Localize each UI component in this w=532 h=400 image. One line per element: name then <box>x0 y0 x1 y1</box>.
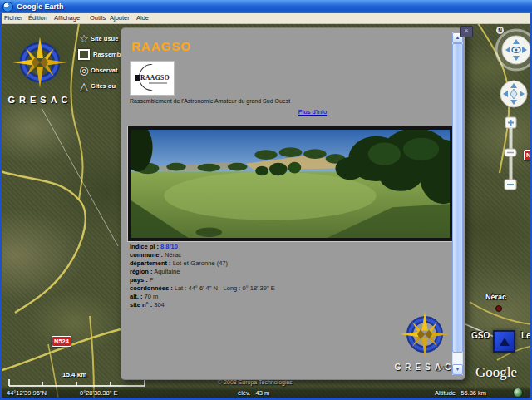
detail-row: indice pl : 8,8/10 <box>130 243 275 251</box>
detail-row: pays : F <box>130 276 275 284</box>
gresac-compass-icon <box>7 37 72 90</box>
triangle-icon: △ <box>77 81 91 91</box>
balloon-scrollbar: ▲ ▼ <box>452 32 463 375</box>
window-title: Google Earth <box>17 2 64 11</box>
raagso-logo-text: RAAGSO <box>140 74 170 81</box>
detail-row: alt. : 70 m <box>130 293 275 301</box>
town-dot <box>495 305 502 312</box>
window-border <box>0 13 2 400</box>
site-placemark[interactable] <box>493 330 515 353</box>
legend-label: Observat <box>91 67 118 74</box>
panorama-photo <box>127 126 454 242</box>
balloon-title: RAAGSO <box>131 39 191 53</box>
altitude-readout: Altitude 56.86 km <box>435 389 486 397</box>
legend-label: Site usue <box>91 35 118 42</box>
detail-row: coordonnées : Lat : 44° 6' 4" N - Long :… <box>130 284 275 293</box>
gresac-compass-icon <box>396 311 454 359</box>
gresac-overlay-logo: GRESAC <box>7 37 73 105</box>
menu-ajouter[interactable]: Ajouter <box>110 14 130 22</box>
menu-bar: Fichier Édition Affichage Outils Ajouter… <box>0 13 532 24</box>
raagso-logo: RAAGSO <box>130 61 175 96</box>
navigation-controls: N <box>495 25 532 195</box>
detail-row: région : Aquitaine <box>130 268 275 276</box>
title-bar: Google Earth <box>0 0 532 13</box>
scrollbar-thumb[interactable] <box>452 43 463 353</box>
elevation-readout: élév. 43 m <box>238 389 269 397</box>
star-icon: ☆ <box>77 33 91 44</box>
legend-item-observatoire: ◎ Observat <box>77 62 121 78</box>
latitude-readout: 44°12'39.96"N <box>7 389 47 397</box>
google-earth-icon <box>2 2 13 12</box>
balloon-subtitle: Rassemblement de l'Astronomie Amateur du… <box>130 98 290 104</box>
detail-row: département : Lot-et-Garonne (47) <box>130 259 275 268</box>
logo-square-icon <box>135 75 140 81</box>
road-sign-n524: N524 <box>52 336 71 347</box>
longitude-readout: 0°28'30.38" E <box>80 389 117 397</box>
status-bar: 44°12'39.96"N 0°28'30.38" E élév. 43 m A… <box>0 386 532 398</box>
legend-label: Rassemb <box>93 51 121 58</box>
balloon-close-button[interactable]: × <box>460 26 473 37</box>
legend-overlay: ☆ Site usue Rassemb ◎ Observat △ Gites o… <box>77 31 121 94</box>
logo-subline <box>149 82 167 84</box>
copyright-text: © 2008 Europa Technologies <box>218 379 293 385</box>
scale-label: 15.4 km <box>62 371 86 378</box>
menu-affichage[interactable]: Affichage <box>54 14 80 22</box>
town-label-nerac: Nérac <box>485 293 506 301</box>
streaming-globe-icon <box>513 388 523 398</box>
plus-info-link[interactable]: Plus d'info <box>171 108 454 116</box>
legend-item-gites: △ Gites ou <box>77 78 121 94</box>
square-icon <box>78 49 90 60</box>
site-details: indice pl : 8,8/10 commune : Nérac dépar… <box>130 243 275 309</box>
placemark-glyph <box>500 338 510 346</box>
menu-aide[interactable]: Aide <box>136 14 149 22</box>
target-icon: ◎ <box>77 65 91 76</box>
google-watermark: Google <box>475 364 517 381</box>
north-indicator: N <box>496 27 504 34</box>
google-earth-window: GRESAC ☆ Site usue Rassemb ◎ Observat △ … <box>0 0 532 400</box>
placemark-label-raagso: GSO <box>471 331 490 340</box>
clipped-label: Le <box>521 331 531 340</box>
legend-item-rassemblement: Rassemb <box>77 47 121 62</box>
menu-outils[interactable]: Outils <box>90 14 106 22</box>
gresac-overlay-label: GRESAC <box>7 95 73 105</box>
scroll-down-icon[interactable]: ▼ <box>452 364 463 375</box>
menu-edition[interactable]: Édition <box>28 14 47 22</box>
info-balloon: RAAGSO RAAGSO Rassemblement de l'Astrono… <box>121 27 466 380</box>
detail-row: commune : Nérac <box>130 251 275 259</box>
detail-row: site n° : 304 <box>130 301 275 309</box>
menu-fichier[interactable]: Fichier <box>4 14 23 22</box>
legend-item-site: ☆ Site usue <box>77 31 121 47</box>
legend-label: Gites ou <box>91 82 116 90</box>
